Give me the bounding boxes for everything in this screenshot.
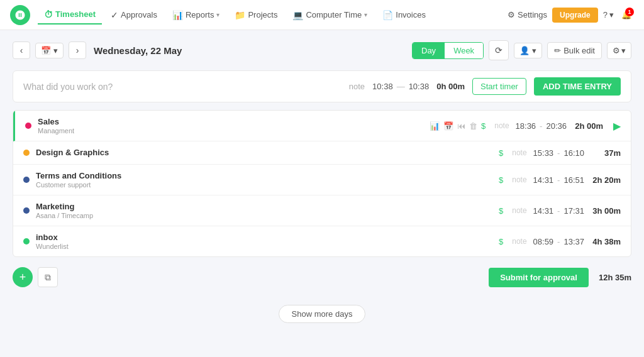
refresh-icon: ⟳ xyxy=(495,45,502,55)
nav-computer-time[interactable]: 💻 Computer Time ▾ xyxy=(286,6,374,24)
entry-sub: Asana / Timecamp xyxy=(36,212,492,219)
timesheet-icon: ⏱ xyxy=(44,9,53,19)
entry-info: Design & Graphics xyxy=(36,148,492,158)
entry-info: Terms and Conditions Customer support xyxy=(36,171,492,189)
date-picker-chevron: ▾ xyxy=(53,46,58,55)
nav-invoices[interactable]: 📄 Invoices xyxy=(376,6,432,24)
reports-chevron: ▾ xyxy=(216,11,219,18)
entry-color-dot xyxy=(25,123,31,129)
add-time-button[interactable]: ADD TIME ENTRY xyxy=(534,77,621,96)
app-logo[interactable] xyxy=(10,5,30,25)
entry-actions: $ xyxy=(499,148,503,158)
start-timer-button[interactable]: Start timer xyxy=(472,78,526,95)
billing-icon[interactable]: $ xyxy=(499,148,503,158)
refresh-button[interactable]: ⟳ xyxy=(489,40,509,60)
entry-end[interactable]: 16:10 xyxy=(564,148,584,158)
entry-start[interactable]: 18:36 xyxy=(516,121,536,131)
reports-icon: 📊 xyxy=(172,10,183,20)
edit-icon: ✏ xyxy=(554,46,561,55)
time-separator: — xyxy=(397,82,405,91)
delete-icon[interactable]: 🗑 xyxy=(469,121,477,131)
entry-color-dot xyxy=(23,177,30,183)
calendar-action-icon[interactable]: 📅 xyxy=(443,121,453,131)
billing-icon[interactable]: $ xyxy=(499,237,503,246)
entry-color-dot xyxy=(23,207,30,214)
entry-end[interactable]: 17:31 xyxy=(564,206,584,216)
projects-icon: 📁 xyxy=(235,10,245,20)
entry-time-range: 10:38 — 10:38 xyxy=(372,82,429,91)
help-icon: ? xyxy=(603,10,608,19)
view-settings-chevron: ▾ xyxy=(621,46,626,55)
entry-info: inbox Wunderlist xyxy=(36,233,492,250)
nav-approvals[interactable]: ✓ Approvals xyxy=(104,6,164,24)
billing-icon[interactable]: $ xyxy=(499,175,503,185)
nav-projects[interactable]: 📁 Projects xyxy=(228,6,284,24)
entry-duration: 2h 20m xyxy=(591,175,621,185)
chart-icon[interactable]: 📊 xyxy=(430,121,440,131)
entry-duration: 3h 00m xyxy=(591,206,621,216)
entry-times: 14:31 - 16:51 xyxy=(533,175,584,185)
settings-icon: ⚙ xyxy=(508,10,515,19)
copy-button[interactable]: ⧉ xyxy=(38,267,58,287)
table-row: Marketing Asana / Timecamp $ note 14:31 … xyxy=(13,195,631,226)
history-icon[interactable]: ⏮ xyxy=(457,121,465,131)
entry-duration: 0h 00m xyxy=(436,82,465,91)
user-filter-button[interactable]: 👤 ▾ xyxy=(514,43,542,58)
prev-day-button[interactable]: ‹ xyxy=(13,41,30,59)
entry-end-time[interactable]: 10:38 xyxy=(409,82,430,91)
entry-end[interactable]: 16:51 xyxy=(564,175,584,185)
entries-container: Sales Managment 📊 📅 ⏮ 🗑 $ note 18:36 - 2… xyxy=(13,110,631,257)
table-row: Terms and Conditions Customer support $ … xyxy=(13,165,631,195)
entry-sub: Managment xyxy=(38,127,423,135)
show-more-button[interactable]: Show more days xyxy=(279,305,366,323)
date-picker-button[interactable]: 📅 ▾ xyxy=(35,43,64,58)
bulk-edit-button[interactable]: ✏ Bulk edit xyxy=(547,42,602,59)
table-row: inbox Wunderlist $ note 08:59 - 13:37 4h… xyxy=(13,226,631,256)
billing-icon[interactable]: $ xyxy=(481,121,486,131)
submit-approval-button[interactable]: Submit for approval xyxy=(489,268,589,287)
entry-start[interactable]: 08:59 xyxy=(533,237,554,246)
play-button[interactable]: ▶ xyxy=(613,120,621,132)
day-view-button[interactable]: Day xyxy=(413,43,445,58)
dash: - xyxy=(557,237,560,246)
dash: - xyxy=(557,206,560,216)
entry-actions: $ xyxy=(499,175,503,185)
table-row: Sales Managment 📊 📅 ⏮ 🗑 $ note 18:36 - 2… xyxy=(13,111,631,141)
nav-reports[interactable]: 📊 Reports ▾ xyxy=(166,6,226,24)
entry-name: Sales xyxy=(38,117,423,126)
entry-sub: Customer support xyxy=(36,181,492,189)
entry-info: Marketing Asana / Timecamp xyxy=(36,202,492,219)
nav-timesheet[interactable]: ⏱ Timesheet xyxy=(38,6,102,25)
approvals-icon: ✓ xyxy=(111,10,118,20)
entry-name: Marketing xyxy=(36,202,492,211)
entry-placeholder[interactable]: What did you work on? xyxy=(23,82,341,92)
entry-actions: $ xyxy=(499,237,503,246)
entry-times: 14:31 - 17:31 xyxy=(533,206,584,216)
next-day-button[interactable]: › xyxy=(69,41,86,59)
show-more-row: Show more days xyxy=(13,300,631,328)
entry-end[interactable]: 13:37 xyxy=(564,237,584,246)
settings-button[interactable]: ⚙ Settings xyxy=(508,10,547,19)
entry-start[interactable]: 15:33 xyxy=(533,148,554,158)
entry-start-time[interactable]: 10:38 xyxy=(372,82,393,91)
entry-end[interactable]: 20:36 xyxy=(546,121,567,131)
help-chevron: ▾ xyxy=(609,10,614,19)
billing-icon[interactable]: $ xyxy=(499,206,503,216)
entry-start[interactable]: 14:31 xyxy=(533,175,554,185)
view-toggle: Day Week xyxy=(412,42,484,59)
invoices-icon: 📄 xyxy=(382,10,393,20)
help-button[interactable]: ? ▾ xyxy=(603,10,614,19)
upgrade-button[interactable]: Upgrade xyxy=(552,8,598,23)
notification-bell[interactable]: 🔔 1 xyxy=(619,8,634,23)
entry-times: 08:59 - 13:37 xyxy=(533,237,584,246)
view-settings-button[interactable]: ⚙ ▾ xyxy=(607,42,631,59)
current-date: Wednesday, 22 May xyxy=(94,45,407,56)
entry-times: 15:33 - 16:10 xyxy=(533,148,584,158)
week-view-button[interactable]: Week xyxy=(445,43,483,58)
entry-duration: 37m xyxy=(591,148,621,158)
entry-start[interactable]: 14:31 xyxy=(533,206,554,216)
entry-note: note xyxy=(512,206,526,215)
bottom-row: + ⧉ Submit for approval 12h 35m xyxy=(13,267,631,287)
add-entry-button[interactable]: + xyxy=(13,267,33,287)
table-row: Design & Graphics $ note 15:33 - 16:10 3… xyxy=(13,141,631,165)
